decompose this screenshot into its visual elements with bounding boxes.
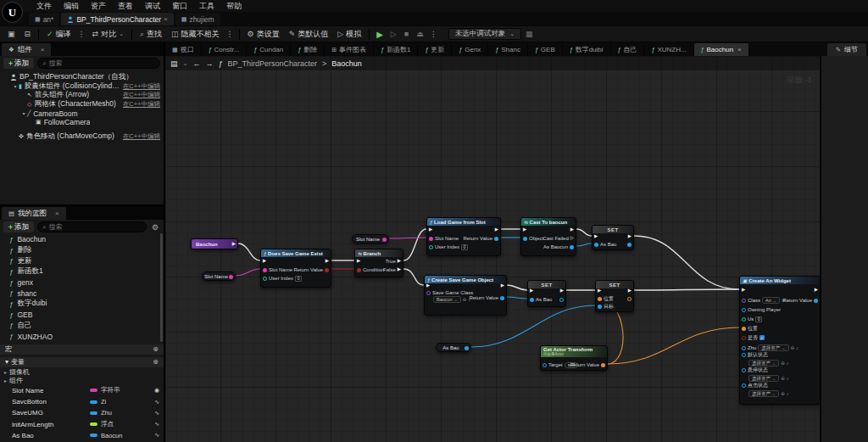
exec-pin[interactable]: ▶ [523,227,526,232]
pin-data[interactable] [627,240,632,249]
pin-exec[interactable]: ▶ [501,282,504,290]
close-icon[interactable]: × [737,46,742,53]
pin-Return Value[interactable]: Return Value [293,266,329,274]
add-blueprint-item-button[interactable]: +添加 [3,221,34,232]
components-search[interactable]: ⌕ [37,58,160,69]
component-row-FollowCamera[interactable]: ▣FollowCamera [0,118,164,127]
graph-tab-Genx[interactable]: ƒGenx [452,43,488,56]
graph-tab-更新[interactable]: ƒ更新 [418,43,452,56]
breadcrumb-root[interactable]: BP_ThirdPersonCharacter [227,59,317,68]
data-pin-object[interactable] [542,363,547,367]
data-pin-bool[interactable] [357,268,361,272]
play-button[interactable]: ▶ [373,30,387,39]
data-pin-bool[interactable] [742,336,746,340]
browse-button[interactable]: ⊟ [20,27,36,41]
compile-options-icon[interactable]: ⋮ [76,30,87,38]
node-function-entry-baochun[interactable]: Baochun▶ [191,238,238,249]
exec-pin[interactable]: ▶ [398,259,401,264]
node-get-slot-name-2[interactable]: Slot Name [352,234,389,243]
function-row-新函数1[interactable]: ƒ新函数1 [0,266,164,277]
breadcrumb-current[interactable]: Baochun [331,59,362,68]
graph-tab-视口[interactable]: ▦视口 [165,43,202,56]
browse-asset-icon[interactable]: ⌕ [787,391,789,397]
tab-components[interactable]: ❖ 组件 × [2,43,51,56]
clear-icon[interactable]: ⊖ [463,297,467,302]
pin-Cast Failed[interactable]: ▷Cast Failed [542,234,574,243]
exec-pin[interactable]: ▶ [594,234,598,239]
graph-list-icon[interactable]: ▤ [170,59,178,68]
expander-icon[interactable]: ▾ [12,83,19,89]
edit-in-cpp-link[interactable]: 在C++中编辑 [120,91,160,99]
pin-默认状态[interactable]: 默认状态选择资产⌄⊖⌕ [742,351,789,366]
exec-pin[interactable]: ▶ [398,267,401,272]
node-set-as-bao-2[interactable]: SET▶As Bao▶ [527,280,566,307]
data-pin-string[interactable] [429,237,433,241]
pin-False[interactable]: ▶False [383,266,401,274]
close-icon[interactable]: × [55,210,59,217]
pin-位置[interactable]: 位置 [742,324,758,333]
asset-select-dropdown[interactable]: 选择资产⌄ [748,360,779,366]
data-pin-object[interactable] [570,245,574,249]
pin-data[interactable] [465,344,469,352]
pin-data[interactable] [229,272,233,281]
debug-object-dropdown[interactable]: 未选中调试对象⌄ [448,28,521,40]
exec-pin[interactable]: ▶ [263,259,266,264]
graph-tab-Shanc[interactable]: ƒShanc [488,43,528,56]
pin-Save Game Class[interactable]: Save Game ClassBaocun⌄⊖⌕ [426,290,473,303]
data-pin-int[interactable] [263,277,267,281]
data-pin-object[interactable] [494,237,498,241]
asset-tab-zhujiem[interactable]: ▦zhujiem [175,13,220,25]
add-component-button[interactable]: +添加 [3,58,34,69]
pin-data[interactable] [382,235,387,243]
pin-点击状态[interactable]: 点击状态选择资产⌄⊖⌕ [742,382,789,397]
clear-icon[interactable]: ⊖ [781,391,785,396]
filter-gear-icon[interactable]: ⚙ [150,223,160,232]
blueprint-graph-canvas[interactable]: Baochun▶Slot NameƒDoes Save Game Exist▶S… [165,56,820,442]
data-pin-class[interactable] [742,299,746,303]
exec-pin[interactable]: ▶ [357,259,360,264]
clear-icon[interactable]: ⊖ [791,345,795,350]
data-pin-object[interactable] [559,298,564,302]
eye-closed-icon[interactable]: ∿ [154,399,159,406]
menu-item-帮助[interactable]: 帮助 [220,1,248,12]
asset-select-dropdown[interactable]: An⌄ [762,297,780,304]
variable-row-initArmLength[interactable]: initArmLength浮点∿ [0,418,164,429]
my-blueprint-search-input[interactable] [48,223,141,231]
exec-pin[interactable]: ▶ [501,283,504,288]
pin-Return Value[interactable]: Return Value [782,296,818,305]
value-box[interactable]: 0 [755,316,762,322]
menu-item-窗口[interactable]: 窗口 [166,1,193,12]
node-set-weizhi[interactable]: SET▶位置目标▶ [595,280,634,312]
data-pin-object[interactable] [814,299,818,303]
node-branch[interactable]: ⇆Branch▶Condition▶True▶False [354,249,403,277]
pin-As Baocun[interactable]: As Baocun [543,243,574,251]
variable-group-组件[interactable]: ▸组件 [0,376,164,385]
menu-item-文件[interactable]: 文件 [31,1,58,12]
pin-Slot Name[interactable]: Slot Name [263,266,292,274]
browse-asset-icon[interactable]: ⌕ [796,345,798,351]
graph-tab-新函数1[interactable]: ƒ新函数1 [374,43,418,56]
node-create-save-game-object[interactable]: ƒCreate Save Game Object▶Save Game Class… [424,275,507,316]
checkbox-checked[interactable]: ✓ [760,335,765,340]
pin-exec[interactable]: ▶ [357,257,360,266]
pin-exec[interactable]: ▶ [815,286,818,294]
graph-tab-XUNZH...[interactable]: ƒXUNZH... [644,43,693,56]
exec-pin[interactable]: ▶ [598,288,601,294]
exec-pin[interactable]: ▶ [742,288,745,293]
exec-pin[interactable]: ▶ [570,227,574,232]
data-pin-object[interactable] [523,237,527,241]
exec-pin[interactable]: ▶ [628,288,632,294]
data-pin-bool[interactable] [325,268,329,272]
data-pin-object[interactable] [598,305,602,309]
node-cast-to-baocun[interactable]: ⇆Cast To baocun▶Object▶▷Cast FailedAs Ba… [520,217,576,256]
eye-closed-icon[interactable]: ∿ [154,432,159,439]
node-create-an-widget[interactable]: ▣Create An Widget▶ClassAn⌄⊖⌕Owning Playe… [739,276,820,405]
data-pin-int[interactable] [429,245,433,249]
pin-exec[interactable]: ▶ [426,282,430,290]
asset-tab-an*[interactable]: ▦an* [29,13,59,25]
pin-Return Value[interactable]: Return Value [463,234,498,243]
pin-As Bao[interactable]: As Bao [594,240,616,249]
menu-item-编辑[interactable]: 编辑 [58,1,85,12]
clear-icon[interactable]: ⊖ [781,361,785,366]
close-icon[interactable]: × [41,46,45,53]
